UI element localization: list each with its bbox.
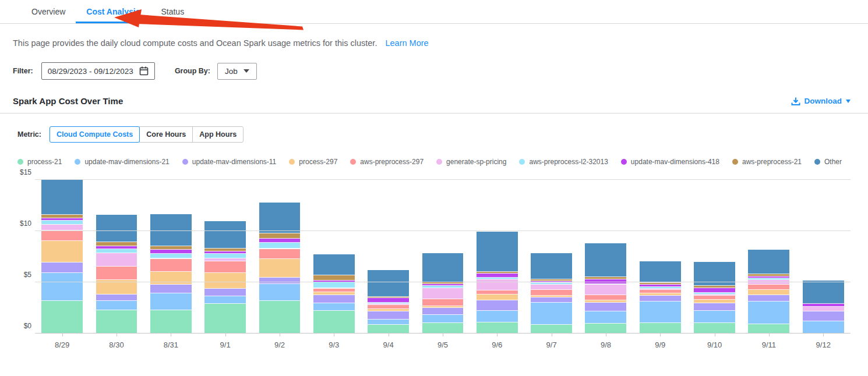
stacked-bar-9/2[interactable]: [259, 180, 301, 334]
bar-segment-update-mav-dimensions-418[interactable]: [477, 274, 518, 278]
metric-button-cloud-compute-costs[interactable]: Cloud Compute Costs: [50, 126, 140, 143]
bar-segment-update-mav-dimensions-11[interactable]: [531, 297, 572, 303]
bar-segment-aws-preprocess-297[interactable]: [204, 261, 246, 273]
legend-item-aws-preprocess-297[interactable]: aws-preprocess-297: [350, 158, 424, 166]
bar-segment-update-mav-dimensions-21[interactable]: [640, 301, 681, 323]
bar-segment-aws-preprocess-297[interactable]: [422, 299, 464, 306]
bar-segment-process-297[interactable]: [204, 273, 246, 288]
bar-segment-process-21[interactable]: [748, 324, 789, 334]
bar-segment-process-297[interactable]: [259, 259, 301, 278]
bar-segment-other[interactable]: [803, 281, 844, 304]
bar-segment-other[interactable]: [477, 232, 518, 272]
bar-segment-other[interactable]: [96, 215, 137, 242]
stacked-bar-9/8[interactable]: [585, 180, 626, 334]
bar-segment-generate-sp-pricing[interactable]: [422, 288, 464, 299]
bar-segment-update-mav-dimensions-418[interactable]: [368, 298, 409, 303]
download-button[interactable]: Download: [791, 97, 851, 106]
learn-more-link[interactable]: Learn More: [385, 38, 428, 48]
bar-segment-other[interactable]: [368, 270, 409, 297]
stacked-bar-8/30[interactable]: [96, 180, 137, 334]
bar-segment-update-mav-dimensions-21[interactable]: [41, 273, 83, 301]
bar-segment-process-21[interactable]: [477, 322, 518, 334]
stacked-bar-8/29[interactable]: [41, 180, 83, 334]
bar-segment-update-mav-dimensions-21[interactable]: [531, 303, 572, 325]
bar-segment-process-21[interactable]: [259, 301, 301, 334]
bar-segment-update-mav-dimensions-21[interactable]: [422, 315, 464, 322]
legend-item-aws-preprocess-21[interactable]: aws-preprocess-21: [732, 158, 802, 166]
stacked-bar-9/4[interactable]: [368, 180, 409, 334]
bar-segment-other[interactable]: [585, 243, 626, 277]
bar-segment-update-mav-dimensions-11[interactable]: [422, 308, 464, 315]
stacked-bar-9/9[interactable]: [640, 180, 681, 334]
bar-segment-generate-sp-pricing[interactable]: [531, 285, 572, 290]
bar-segment-aws-preprocess-l2-32013[interactable]: [96, 249, 137, 253]
stacked-bar-9/1[interactable]: [204, 180, 246, 334]
bar-segment-update-mav-dimensions-11[interactable]: [477, 300, 518, 311]
bar-segment-update-mav-dimensions-11[interactable]: [204, 289, 246, 296]
bar-segment-update-mav-dimensions-11[interactable]: [41, 263, 83, 272]
bar-segment-aws-preprocess-297[interactable]: [585, 295, 626, 300]
bar-segment-process-297[interactable]: [477, 295, 518, 300]
bar-segment-aws-preprocess-297[interactable]: [259, 249, 301, 259]
bar-segment-process-21[interactable]: [150, 310, 192, 334]
bar-segment-update-mav-dimensions-21[interactable]: [694, 311, 735, 322]
bar-segment-aws-preprocess-l2-32013[interactable]: [150, 254, 192, 258]
bar-segment-process-21[interactable]: [96, 310, 137, 334]
bar-segment-aws-preprocess-l2-32013[interactable]: [313, 282, 355, 288]
bar-segment-aws-preprocess-297[interactable]: [96, 267, 137, 280]
bar-segment-update-mav-dimensions-11[interactable]: [748, 295, 789, 301]
bar-segment-aws-preprocess-297[interactable]: [748, 285, 789, 290]
legend-item-process-21[interactable]: process-21: [17, 158, 62, 166]
tab-overview[interactable]: Overview: [21, 1, 76, 23]
bar-segment-generate-sp-pricing[interactable]: [41, 225, 83, 230]
legend-item-update-mav-dimensions-11[interactable]: update-mav-dimensions-11: [182, 158, 277, 166]
bar-segment-other[interactable]: [259, 203, 301, 233]
stacked-bar-9/11[interactable]: [748, 180, 789, 334]
bar-segment-other[interactable]: [748, 250, 789, 274]
legend-item-generate-sp-pricing[interactable]: generate-sp-pricing: [436, 158, 506, 166]
bar-segment-update-mav-dimensions-11[interactable]: [150, 285, 192, 293]
bar-segment-update-mav-dimensions-21[interactable]: [259, 284, 301, 301]
bar-segment-update-mav-dimensions-11[interactable]: [259, 278, 301, 284]
bar-segment-process-297[interactable]: [41, 241, 83, 263]
stacked-bar-9/10[interactable]: [694, 180, 735, 334]
bar-segment-update-mav-dimensions-11[interactable]: [640, 296, 681, 301]
bar-segment-other[interactable]: [204, 221, 246, 249]
bar-segment-process-21[interactable]: [422, 323, 464, 334]
bar-segment-process-21[interactable]: [694, 323, 735, 334]
legend-item-update-mav-dimensions-21[interactable]: update-mav-dimensions-21: [75, 158, 169, 166]
bar-segment-process-297[interactable]: [150, 272, 192, 285]
bar-segment-process-297[interactable]: [748, 290, 789, 295]
legend-item-update-mav-dimensions-418[interactable]: update-mav-dimensions-418: [621, 158, 719, 166]
stacked-bar-8/31[interactable]: [150, 180, 192, 334]
stacked-bar-9/7[interactable]: [531, 180, 572, 334]
stacked-bar-9/5[interactable]: [422, 180, 464, 334]
bar-segment-update-mav-dimensions-21[interactable]: [368, 320, 409, 325]
bar-segment-aws-preprocess-l2-32013[interactable]: [259, 243, 301, 249]
date-range-picker[interactable]: 08/29/2023 - 09/12/2023: [41, 62, 155, 80]
bar-segment-update-mav-dimensions-11[interactable]: [694, 303, 735, 311]
bar-segment-update-mav-dimensions-21[interactable]: [96, 301, 137, 310]
bar-segment-process-21[interactable]: [585, 324, 626, 334]
bar-segment-update-mav-dimensions-11[interactable]: [313, 295, 355, 303]
stacked-bar-9/6[interactable]: [477, 180, 518, 334]
stacked-bar-9/3[interactable]: [313, 180, 355, 334]
bar-segment-process-21[interactable]: [313, 311, 355, 334]
bar-segment-other[interactable]: [640, 261, 681, 283]
legend-item-aws-preprocess-l2-32013[interactable]: aws-preprocess-l2-32013: [519, 158, 608, 166]
bar-segment-process-21[interactable]: [531, 325, 572, 334]
metric-button-core-hours[interactable]: Core Hours: [139, 126, 193, 143]
bar-segment-update-mav-dimensions-11[interactable]: [368, 311, 409, 320]
bar-segment-update-mav-dimensions-21[interactable]: [313, 303, 355, 311]
bar-segment-update-mav-dimensions-11[interactable]: [585, 303, 626, 311]
bar-segment-process-21[interactable]: [204, 304, 246, 334]
bar-segment-update-mav-dimensions-21[interactable]: [204, 296, 246, 304]
bar-segment-other[interactable]: [694, 262, 735, 286]
tab-status[interactable]: Status: [150, 1, 195, 23]
bar-segment-generate-sp-pricing[interactable]: [585, 285, 626, 295]
bar-segment-process-21[interactable]: [368, 325, 409, 334]
bar-segment-aws-preprocess-21[interactable]: [96, 242, 137, 246]
bar-segment-update-mav-dimensions-418[interactable]: [259, 239, 301, 243]
bar-segment-process-21[interactable]: [640, 323, 681, 334]
bar-segment-update-mav-dimensions-418[interactable]: [694, 288, 735, 293]
